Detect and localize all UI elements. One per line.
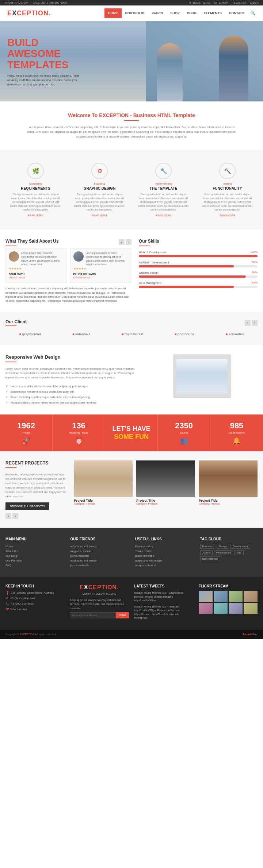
feature-label-3: Implementing (137, 182, 190, 185)
features-section: 🌿 Collecting REQUIREMENTS Proin gravida … (0, 150, 263, 229)
tag-performance[interactable]: Performance (214, 550, 233, 555)
footer-friend-5[interactable]: purus molestia (70, 563, 128, 568)
client-videohive[interactable]: ■ videohive (69, 331, 93, 338)
nav-elements[interactable]: ELEMENTS (200, 8, 225, 18)
flickr-item-1[interactable] (199, 591, 213, 602)
clients-section: Our Client ‹ › ■ graphicriver ■ videohiv… (0, 312, 263, 345)
footer-friend-4[interactable]: adipiscing elit integer (70, 558, 128, 563)
contact-email[interactable]: ✉ info@exception.com (5, 597, 64, 600)
footer-terms[interactable]: Terms of use (135, 549, 193, 553)
clients-header: Our Client ‹ › (5, 319, 258, 326)
feature-link-2[interactable]: READ MORE (73, 214, 126, 217)
footer-privacy[interactable]: Privacy policy (135, 544, 193, 549)
email-link[interactable]: INFO@INFO.COM (4, 1, 28, 4)
projects-grid: Project Title Category: Projects Project… (74, 460, 258, 519)
testimonials-next-button[interactable]: › (126, 239, 132, 245)
contact-phone[interactable]: 📞 +1 (000) 000-0000 (5, 602, 64, 606)
footer-main-menu-list: Home About Us Our Blog Our Portfolio FAQ (5, 544, 63, 568)
footer-useful-3[interactable]: purus molestia (135, 553, 193, 558)
projects-nav: ‹ › (5, 513, 67, 519)
footer-flickr: FLICKR STREAM (199, 584, 258, 622)
flickr-item-8[interactable] (244, 603, 258, 614)
logo[interactable]: EXCEPTION. (7, 9, 51, 17)
browse-all-button[interactable]: BROWSE ALL PROJECTS (5, 502, 49, 510)
footer-menu-portfolio[interactable]: Our Portfolio (5, 558, 63, 563)
footer-menu-faq[interactable]: FAQ (5, 563, 63, 568)
phone-link[interactable]: CALL US: 1 000 000-0000 (33, 1, 67, 4)
client-activeden[interactable]: ■ activeden (223, 331, 247, 338)
footer-menu-about[interactable]: About Us (5, 549, 63, 553)
project-category-2: Category: Projects (136, 502, 195, 505)
skills-col: Our Skills Web UI Development 100 % ASP.… (132, 239, 258, 303)
footer-main-menu-title: MAIN MENU (5, 537, 63, 541)
footer-useful-5[interactable]: magna euismod (135, 563, 193, 568)
sitemap-link[interactable]: SITE MAP (214, 1, 228, 4)
tag-joomla[interactable]: Joomla (200, 550, 213, 555)
nav-contact[interactable]: CONTACT (225, 8, 248, 18)
cart-link[interactable]: 0 ITEMS - $0.00 (189, 1, 210, 4)
footer-friends-title: OUR FRIENDS (70, 537, 128, 541)
testimonial-role-1: THEMEFOREST (9, 276, 64, 279)
newsletter-button[interactable]: SEND (116, 612, 129, 618)
login-link[interactable]: LOGIN (250, 1, 259, 4)
contact-map[interactable]: 🗺 View our map (5, 607, 64, 611)
newsletter-input[interactable] (70, 612, 116, 618)
footer-menu-home[interactable]: Home (5, 544, 63, 549)
nav-home[interactable]: HOME (104, 8, 122, 18)
tag-seo[interactable]: Seo (235, 550, 243, 555)
footer-friend-3[interactable]: purus molestia (70, 553, 128, 558)
testimonials-prev-button[interactable]: ‹ (119, 239, 125, 245)
skill-graphic: Graphic design 90 % (139, 271, 258, 278)
responsive-image (146, 354, 258, 398)
flickr-item-5[interactable] (199, 603, 213, 614)
search-icon[interactable]: 🔍 (250, 11, 256, 16)
projects-next-button[interactable]: › (12, 513, 18, 519)
nav-pages[interactable]: PAGES (148, 8, 167, 18)
hero-description: Hello, we are Exception, we make really … (7, 74, 80, 87)
flickr-item-4[interactable] (244, 591, 258, 602)
flickr-item-3[interactable] (229, 591, 243, 602)
footer-useful-4[interactable]: adipiscing elit integer (135, 558, 193, 563)
flickr-item-6[interactable] (214, 603, 228, 614)
skill-bar-3 (139, 275, 246, 278)
tag-development[interactable]: Development (230, 544, 250, 549)
skill-pct-4: 80 % (252, 281, 258, 285)
nav-portfolio[interactable]: PORTFOLIO (122, 8, 148, 18)
hero-text: BUILD AWESOME TEMPLATES Hello, we are Ex… (7, 37, 80, 87)
footer-friend-2[interactable]: magna euismod (70, 549, 128, 553)
testimonial-name-1: JOHN SMITH (9, 273, 64, 277)
client-photodune[interactable]: ■ photodune (172, 331, 197, 338)
register-link[interactable]: REGISTER (232, 1, 247, 4)
footer-friend-1[interactable]: adipiscing elit integer (70, 544, 128, 549)
hero-persons (146, 21, 263, 101)
footer-friends-list: adipiscing elit integer magna euismod pu… (70, 544, 128, 568)
graphic-design-icon: ♻ (91, 163, 108, 179)
footer-menu-blog[interactable]: Our Blog (5, 553, 63, 558)
feature-link-3[interactable]: READ MORE (137, 214, 190, 217)
nav-blog[interactable]: BLOG (183, 8, 200, 18)
feature-link-1[interactable]: READ MORE (9, 214, 62, 217)
clients-next-button[interactable]: › (252, 320, 258, 326)
feature-link-4[interactable]: READ MORE (201, 214, 254, 217)
nav-shop[interactable]: SHOP (167, 8, 183, 18)
footer-tweets-title: LATEST TWEETS (134, 584, 193, 588)
clients-nav: ‹ › (245, 320, 258, 326)
footer-logo[interactable]: EXCEPTION. (70, 584, 129, 591)
client-themeforest[interactable]: ■ themeforest (119, 331, 146, 338)
tag-design[interactable]: Design (217, 544, 229, 549)
testimonials-title-wrap: What They Said About Us (5, 239, 59, 246)
map-icon: 🗺 (5, 607, 9, 611)
projects-prev-button[interactable]: ‹ (5, 513, 11, 519)
flickr-item-2[interactable] (214, 591, 228, 602)
stat-fun: LET'S HAVESOME FUN (105, 414, 158, 451)
welcome-text: Lorem ipsum dolor sit amet, consectetur … (22, 125, 241, 139)
flickr-item-7[interactable] (229, 603, 243, 614)
tag-user-interface[interactable]: User Interface (200, 556, 221, 561)
tag-bootstrap[interactable]: Bootstrap (200, 544, 216, 549)
projects-intro: RECENT PROJECTS Browse our recent projec… (5, 460, 67, 519)
client-graphicriver[interactable]: ■ graphicriver (16, 331, 44, 338)
stat-users-number: 2350 (161, 421, 206, 431)
copyright-link[interactable]: EXCEPTION (20, 633, 34, 636)
footer-logo-sub: COMPANY BELOW TAGLINE (70, 593, 129, 595)
clients-prev-button[interactable]: ‹ (245, 320, 251, 326)
